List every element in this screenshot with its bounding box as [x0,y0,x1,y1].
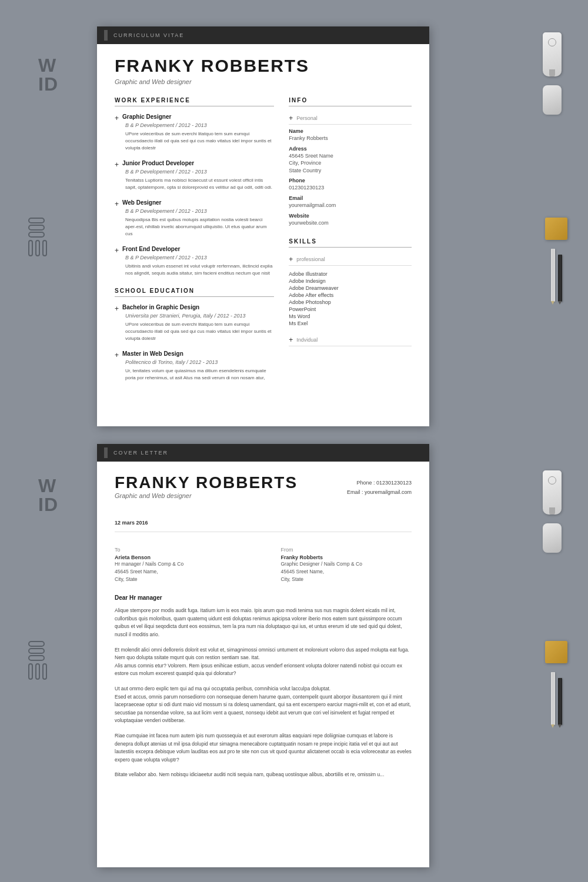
clip-v-3 [42,240,47,256]
cover-accent-block [104,447,108,458]
usb-connector [549,69,555,76]
plus-icon-2: + [115,161,119,169]
cover-header-bar: COVER LETTER [97,444,429,462]
clip-bv-3 [42,663,47,680]
clip-b-2 [28,648,45,654]
job-title-3: Web Designer [122,199,162,206]
usb-drive-top [543,32,562,76]
to-address: 45645 Sreet Name, City, State [115,568,246,583]
usb-logo [548,38,556,46]
plus-icon-info: + [289,114,293,122]
watermark-top-line1: W [38,56,58,75]
cover-to-section: To Arieta Benson Hr manager / Nails Comp… [115,547,246,583]
edu-meta-2: Politecnico di Torino, Italy / 2012 - 20… [125,359,274,365]
job-meta-2: B & P Developement / 2012 - 2013 [125,169,274,175]
plus-icon-1: + [115,114,119,122]
watermark-bottom-line2: ID [38,495,58,514]
paper-clips-bottom [28,641,47,680]
cover-para-1: Alique stempore por modis audit fuga. It… [115,607,412,639]
watermark-top-line2: ID [38,75,58,93]
clip-bv-2 [35,663,40,680]
resume-name: FRANKY ROBBERTS [115,56,412,76]
clip-2 [28,225,45,230]
cover-para-5: Bitate vellabor abo. Nem nobisqu idiciae… [115,771,412,779]
work-experience-title: WORK EXPERIENCE [115,97,274,106]
cover-letter-document: COVER LETTER FRANKY ROBBERTS Graphic and… [97,444,429,867]
clip-v-2 [35,240,40,256]
info-personal-label: Personal [296,115,318,121]
info-section: + Personal Name Franky Robberts Adress 4… [289,113,412,226]
paper-clips-top [28,218,47,256]
accent-block [104,30,108,41]
edu-item-1: + Bachelor in Graphic Design Universita … [115,304,274,342]
job-title-4: Front End Developer [122,246,180,252]
edu-title-1: Bachelor in Graphic Design [122,304,199,310]
resume-left-column: WORK EXPERIENCE + Graphic Designer B & P… [115,97,274,390]
clip-3 [28,232,45,238]
cover-para-4: Riae cumquiae int facea num autem ipis n… [115,732,412,764]
cover-phone-label: Phone : [356,480,375,486]
job-meta-4: B & P Developement / 2012 - 2013 [125,255,274,260]
edu-meta-1: Universita per Stranieri, Perugia, Italy… [125,313,274,319]
info-website-value: yourwebsite.com [289,219,412,227]
right-deco-bottom-usb [543,470,562,553]
plus-icon-skills: + [289,255,293,263]
right-deco-top [543,32,562,115]
cover-contact: Phone : 012301230123 Email : youremailgm… [347,478,412,497]
skill-item-2: Adobe Indesign [289,278,412,285]
from-role: Graphic Designer / Nails Comp & Co [281,560,412,568]
clip-v-1 [28,240,33,256]
sharpener-top [545,218,567,240]
sharpener-bottom [545,641,567,663]
cover-para-3: Ut aut ommo dero explic tem qui ad ma qu… [115,685,412,725]
pencil-1 [551,249,555,302]
info-name-label: Name [289,128,412,134]
school-education-title: SCHOOL EDUCATION [115,288,274,297]
usb-drive-bottom [543,470,562,514]
cover-from-section: From Franky Robberts Graphic Designer / … [281,547,412,583]
job-meta-1: B & P Developement / 2012 - 2013 [125,122,274,128]
plus-icon-3: + [115,200,119,208]
watermark-bottom: W ID [38,476,58,514]
skill-item-4: Adobe After effects [289,292,412,299]
individual-label: Indvidual [296,337,318,343]
clip-bv-1 [28,663,33,680]
plus-icon-4: + [115,246,119,255]
professional-label: professional [296,256,325,262]
to-role: Hr manager / Nails Comp & Co [115,560,246,568]
skill-item-6: PowerPoint [289,306,412,313]
from-label: From [281,547,412,553]
job-desc-3: Nequodipsa Bis est quibus molupis aspita… [125,216,274,238]
edu-desc-1: UPore voleceribus de sum everchi litatqu… [125,321,274,342]
usb-cap-top [543,85,562,115]
info-website-label: Website [289,213,412,219]
skills-title: SKILLS [289,238,412,248]
resume-header-bar: CURRICULUM VITAE [97,26,429,44]
plus-icon-5: + [115,305,119,313]
skill-item-1: Adobe Illustrator [289,270,412,278]
from-name: Franky Robberts [281,554,412,560]
skills-list: Adobe Illustrator Adobe Indesign Adobe D… [289,270,412,327]
skill-item-7: Ms Word [289,313,412,320]
edu-item-2: + Master in Web Design Politecnico di To… [115,350,274,382]
to-name: Arieta Benson [115,554,246,560]
job-desc-4: Ubitinis andi volum essenet int volut vo… [125,263,274,277]
work-item-1: + Graphic Designer B & P Developement / … [115,113,274,152]
resume-right-column: INFO + Personal Name Franky Robberts Adr… [289,97,412,390]
plus-icon-individual: + [289,336,293,344]
info-address-label: Adress [289,146,412,152]
cover-phone-value: 012301230123 [376,480,412,486]
right-deco-bottom-pencil [545,641,567,725]
info-title: INFO [289,97,412,106]
watermark-top: W ID [38,56,58,93]
info-email-value: youremailgmail.com [289,202,412,209]
edu-title-2: Master in Web Design [122,350,183,357]
info-personal: + Personal Name Franky Robberts Adress 4… [289,113,412,226]
info-address-value: 45645 Sreet Name City, Province State Co… [289,152,412,175]
resume-document: CURRICULUM VITAE FRANKY ROBBERTS Graphic… [97,26,429,426]
cover-email-value: youremailgmail.com [365,489,412,495]
edu-desc-2: Ur, tenitates volum que quiasimus ma dit… [125,368,274,382]
usb-cap-bottom [543,523,562,553]
cover-email-label: Email : [347,489,363,495]
pencil-2 [558,255,562,302]
